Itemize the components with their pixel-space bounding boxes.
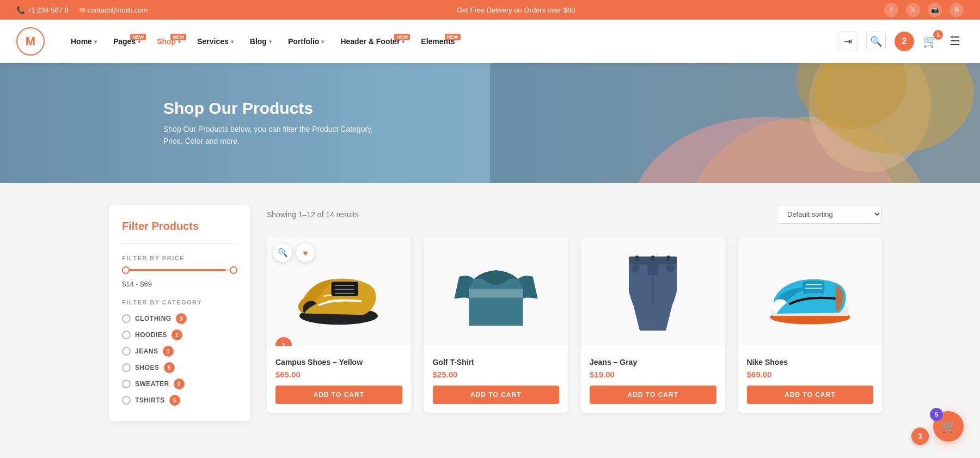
- product-price-1: $65.00: [275, 370, 402, 379]
- hoodies-count: 1: [171, 329, 182, 340]
- nav-services[interactable]: Services ▾: [191, 33, 240, 50]
- product-info-2: Golf T-Shirt $25.00 ADD TO CART: [424, 346, 568, 413]
- svg-rect-14: [651, 255, 654, 261]
- product-info-4: Nike Shoes $69.00 ADD TO CART: [738, 346, 883, 413]
- svg-rect-13: [635, 255, 639, 261]
- email-info: ✉ contact@molti.com: [79, 6, 148, 14]
- svg-point-5: [797, 63, 907, 129]
- elements-badge: NEW: [445, 34, 461, 40]
- category-row-2: SHOES 5 SWEATER 2: [122, 362, 237, 389]
- svg-rect-17: [648, 264, 658, 275]
- nav-elements[interactable]: NEW Elements: [414, 33, 461, 50]
- product-img-3: [581, 237, 725, 346]
- shoes-label: SHOES: [135, 364, 160, 371]
- product-img-1: 🔍 ♥: [267, 237, 411, 346]
- sort-select[interactable]: Default sorting Sort by popularity Sort …: [777, 205, 882, 224]
- logo[interactable]: M: [16, 27, 45, 56]
- instagram-icon[interactable]: 📷: [928, 3, 942, 17]
- product-price-2: $25.00: [433, 370, 560, 379]
- pages-badge: NEW: [130, 34, 146, 40]
- login-button[interactable]: ⇥: [838, 32, 857, 51]
- category-clothing[interactable]: CLOTHING 9: [122, 313, 237, 324]
- nav-portfolio[interactable]: Portfolio ▾: [281, 33, 331, 50]
- blue-shoe-svg: [761, 248, 859, 335]
- hamburger-menu[interactable]: ☰: [946, 31, 964, 52]
- filter-title: Filter Products: [122, 220, 237, 233]
- tshirts-radio[interactable]: [122, 396, 131, 405]
- tshirts-label: TSHIRTS: [135, 396, 165, 404]
- cart-button[interactable]: 🛒 5: [923, 34, 938, 48]
- navbar: M Home ▾ NEW Pages ▾ NEW Shop ▾ Services…: [0, 20, 980, 63]
- slider-thumb-left[interactable]: [122, 266, 130, 274]
- clothing-label: CLOTHING: [135, 315, 171, 322]
- add-to-cart-1[interactable]: ADD TO CART: [275, 386, 402, 404]
- phone-info: 📞 +1 234 567 8: [16, 6, 69, 14]
- showing-results: Showing 1–12 of 14 results: [267, 210, 359, 219]
- nav-menu: Home ▾ NEW Pages ▾ NEW Shop ▾ Services ▾…: [64, 33, 838, 50]
- product-badge-1: 1: [275, 337, 292, 346]
- tshirts-count: 5: [169, 395, 180, 406]
- add-to-cart-4[interactable]: ADD TO CART: [747, 386, 874, 404]
- portfolio-arrow: ▾: [321, 39, 324, 45]
- product-name-3: Jeans – Gray: [590, 358, 716, 367]
- product-card-3: Jeans – Gray $19.00 ADD TO CART: [581, 237, 725, 413]
- jeans-radio[interactable]: [122, 347, 131, 356]
- nav-shop[interactable]: NEW Shop ▾: [150, 33, 187, 50]
- search-product-1[interactable]: 🔍: [273, 243, 292, 262]
- nav-home[interactable]: Home ▾: [64, 33, 103, 50]
- clothing-radio[interactable]: [122, 314, 131, 323]
- search-button[interactable]: 🔍: [866, 32, 886, 51]
- wishlist-product-1[interactable]: ♥: [296, 243, 315, 262]
- hero-text: Shop Our Products Shop Our Products belo…: [163, 99, 381, 148]
- social-links[interactable]: f 𝕏 📷 ⚙: [884, 3, 964, 17]
- svg-rect-0: [490, 63, 980, 183]
- jeans-svg: [604, 248, 702, 335]
- add-to-cart-2[interactable]: ADD TO CART: [433, 386, 560, 404]
- product-img-2: [424, 237, 568, 346]
- product-card-1: 🔍 ♥: [267, 237, 411, 413]
- blog-arrow: ▾: [269, 39, 272, 45]
- email-icon: ✉: [79, 6, 85, 14]
- product-card-2: Golf T-Shirt $25.00 ADD TO CART: [424, 237, 568, 413]
- jeans-label: JEANS: [135, 347, 158, 355]
- product-price-4: $69.00: [747, 370, 874, 379]
- cart-count: 5: [933, 30, 943, 40]
- twitter-icon[interactable]: 𝕏: [906, 3, 920, 17]
- product-actions-1: 🔍 ♥: [273, 243, 315, 262]
- category-sweater[interactable]: SWEATER 2: [122, 378, 185, 389]
- settings-icon[interactable]: ⚙: [950, 3, 964, 17]
- hero-image: [490, 63, 980, 183]
- shop-badge: NEW: [170, 34, 186, 40]
- floating-cart-button[interactable]: 5 🛒: [933, 411, 964, 442]
- slider-thumb-right[interactable]: [230, 266, 237, 274]
- shoes-radio[interactable]: [122, 363, 131, 372]
- products-grid: 🔍 ♥: [267, 237, 882, 413]
- promo-text: Get Free Delivery on Orders over $60: [148, 6, 884, 14]
- sidebar: Filter Products FILTER BY PRICE $14 - $6…: [109, 205, 250, 421]
- clothing-count: 9: [176, 313, 187, 324]
- category-jeans[interactable]: JEANS 1: [122, 346, 174, 357]
- tshirt-svg: [447, 248, 545, 335]
- nav-pages[interactable]: NEW Pages ▾: [107, 33, 147, 50]
- hero-title: Shop Our Products: [163, 99, 381, 118]
- category-hoodies[interactable]: HOODIES 1: [122, 329, 182, 340]
- nav-blog[interactable]: Blog ▾: [243, 33, 278, 50]
- category-tshirts[interactable]: TSHIRTS 5: [122, 395, 237, 406]
- sweater-radio[interactable]: [122, 380, 131, 388]
- nav-header-footer[interactable]: NEW Header & Footer ▾: [334, 33, 411, 50]
- top-bar: 📞 +1 234 567 8 ✉ contact@molti.com Get F…: [0, 0, 980, 20]
- add-to-cart-3[interactable]: ADD TO CART: [590, 386, 716, 404]
- home-arrow: ▾: [94, 39, 97, 45]
- facebook-icon[interactable]: f: [884, 3, 898, 17]
- price-slider[interactable]: [122, 269, 237, 271]
- sweater-label: SWEATER: [135, 380, 169, 388]
- floating-number: 3: [911, 428, 929, 443]
- price-range-label: $14 - $69: [122, 280, 237, 288]
- hoodies-radio[interactable]: [122, 331, 131, 339]
- floating-cart-badge: 5: [930, 408, 943, 421]
- shoes-count: 5: [164, 362, 175, 373]
- category-shoes[interactable]: SHOES 5: [122, 362, 175, 373]
- phone-icon: 📞: [16, 6, 25, 14]
- jeans-count: 1: [163, 346, 174, 357]
- user-badge[interactable]: 2: [895, 32, 914, 51]
